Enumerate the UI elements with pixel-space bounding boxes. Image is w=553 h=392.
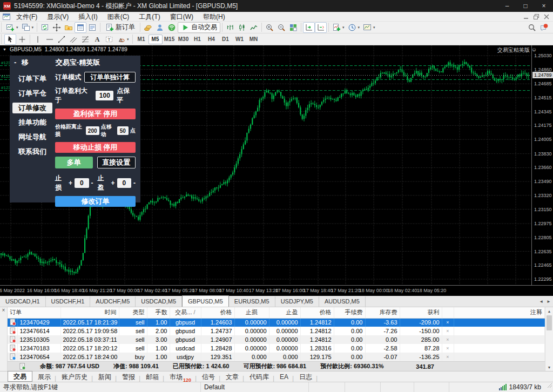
- trail-step-input[interactable]: 50: [117, 126, 129, 135]
- tp-input[interactable]: 0: [117, 178, 131, 188]
- menu-item[interactable]: 工具(T): [134, 12, 165, 22]
- dropdown-arrow-icon[interactable]: ▾: [373, 25, 375, 30]
- zoom-out-button[interactable]: [275, 22, 287, 33]
- timeframe-m30-button[interactable]: M30: [177, 35, 191, 44]
- order-row[interactable]: 1235103052022.05.18 03:37:11sell3.00gbpu…: [8, 335, 545, 344]
- auto-scroll-button[interactable]: [303, 22, 315, 33]
- symbol-dropdown-icon[interactable]: ▼: [3, 48, 6, 51]
- chart-tab-audchf-m5[interactable]: AUDCHF,M5: [90, 296, 136, 307]
- label-button[interactable]: T: [103, 34, 115, 45]
- toolbox-tab-5[interactable]: 邮箱|: [140, 372, 164, 382]
- community-button[interactable]: [154, 22, 166, 33]
- menu-item[interactable]: 窗口(W): [165, 12, 198, 22]
- notification-button[interactable]: [538, 22, 550, 33]
- autotrade-button[interactable]: 自动交易: [178, 22, 220, 33]
- chart-tab-eurusd-m5[interactable]: EURUSD,M5: [229, 296, 275, 307]
- panel-menu-item[interactable]: 订单修改: [12, 103, 52, 113]
- data-window-button[interactable]: [86, 22, 98, 33]
- trendline-button[interactable]: [56, 34, 68, 45]
- hline-button[interactable]: [44, 34, 56, 45]
- shapes-button[interactable]: ▾: [115, 34, 131, 45]
- timeframe-m15-button[interactable]: M15: [163, 35, 177, 44]
- panel-menu-item[interactable]: 网址导航: [12, 132, 52, 143]
- tp-plus-button[interactable]: +: [111, 179, 115, 187]
- mdi-close-button[interactable]: [542, 13, 551, 21]
- toolbox-tab-0[interactable]: 交易: [8, 371, 32, 382]
- panel-menu-item[interactable]: 订单下单: [12, 73, 52, 84]
- toolbox-tab-2[interactable]: 账户历史|: [56, 372, 93, 382]
- panel-menu-item[interactable]: 挂单功能: [12, 117, 52, 128]
- text-button[interactable]: A: [91, 34, 103, 45]
- dropdown-arrow-icon[interactable]: ▾: [358, 25, 360, 30]
- timeframe-m1-button[interactable]: M1: [134, 35, 149, 44]
- toolbox-close-button[interactable]: ×: [0, 307, 7, 314]
- scroll-down-button[interactable]: ▼: [545, 363, 553, 371]
- toolbox-tab-1[interactable]: 展示|: [32, 372, 56, 382]
- window-minimize-button[interactable]: –: [498, 2, 516, 10]
- close-position-button[interactable]: ×: [442, 318, 454, 327]
- dropdown-arrow-icon[interactable]: ▾: [32, 25, 34, 30]
- cursor-button[interactable]: [4, 34, 16, 45]
- panel-move-button[interactable]: 移: [22, 58, 35, 67]
- menu-item[interactable]: 文件(F): [11, 12, 42, 22]
- chart-tab-audusd-m5[interactable]: AUDUSD,M5: [319, 296, 366, 307]
- toolbox-tab-9[interactable]: 代码库|: [244, 372, 274, 382]
- toolbox-tab-7[interactable]: 信号|: [197, 372, 220, 382]
- sl-plus-button[interactable]: +: [69, 179, 72, 187]
- signals-button[interactable]: [166, 22, 178, 33]
- dropdown-arrow-icon[interactable]: ▾: [342, 25, 345, 30]
- toolbox-tab-6[interactable]: 市场120|: [164, 372, 197, 382]
- periods-button[interactable]: ▾: [346, 22, 362, 33]
- timeframe-w1-button[interactable]: W1: [233, 35, 247, 44]
- order-row[interactable]: 1234766142022.05.17 19:09:58sell2.00gbpu…: [8, 327, 545, 335]
- column-header[interactable]: 时间: [60, 307, 119, 318]
- column-header[interactable]: 手数: [147, 307, 170, 318]
- line-chart-button[interactable]: [248, 22, 260, 33]
- profit-threshold-input[interactable]: 100: [96, 91, 113, 100]
- window-close-button[interactable]: ×: [535, 2, 553, 10]
- menu-item[interactable]: 帮助(H): [198, 12, 230, 22]
- column-header[interactable]: 订单: [8, 307, 60, 318]
- close-position-button[interactable]: ×: [442, 335, 454, 344]
- sl-input[interactable]: 0: [75, 178, 89, 188]
- tab-scroll-left-button[interactable]: ◄: [539, 299, 543, 304]
- column-header[interactable]: 止损: [234, 307, 269, 318]
- timeframe-d1-button[interactable]: D1: [219, 35, 233, 44]
- chart-tab-usdjpy-m5[interactable]: USDJPY,M5: [275, 296, 319, 307]
- fibonacci-button[interactable]: [79, 34, 91, 45]
- column-header[interactable]: 止盈: [269, 307, 300, 318]
- order-row[interactable]: 1234706542022.05.17 18:24:00buy1.00usdjp…: [8, 353, 545, 361]
- mdi-minimize-button[interactable]: [521, 13, 530, 21]
- long-orders-button[interactable]: 多单: [55, 157, 93, 168]
- breakeven-toggle-button[interactable]: 盈利保平 停用: [55, 109, 136, 119]
- toolbox-tab-3[interactable]: 新闻|: [93, 372, 117, 382]
- favorites-button[interactable]: [63, 22, 75, 33]
- toolbox-tab-8[interactable]: 文章|: [220, 372, 244, 382]
- order-row[interactable]: 1234701832022.05.17 18:20:12sell1.00usdc…: [8, 344, 545, 353]
- resize-grip[interactable]: [547, 382, 553, 392]
- column-header[interactable]: 手续费: [334, 307, 365, 318]
- dropdown-arrow-icon[interactable]: ▾: [16, 25, 18, 30]
- close-position-button[interactable]: ×: [442, 353, 454, 361]
- tab-scroll-right-button[interactable]: ►: [547, 299, 551, 304]
- chart-tab-gbpusd-m5[interactable]: GBPUSD,M5: [182, 295, 229, 307]
- market-watch-button[interactable]: [75, 22, 86, 33]
- menu-item[interactable]: 图表(C): [103, 12, 134, 22]
- order-row[interactable]: 1234704292022.05.17 18:21:39sell1.00gbpu…: [8, 318, 545, 327]
- menu-item[interactable]: 插入(I): [73, 12, 102, 22]
- toolbox-tab-11[interactable]: 日志|: [294, 372, 318, 382]
- direct-set-button[interactable]: 直接设置: [97, 157, 136, 168]
- history-gold-button[interactable]: [142, 22, 154, 33]
- tp-minus-button[interactable]: -: [133, 179, 136, 187]
- toolbar-grip[interactable]: [1, 23, 3, 32]
- column-header[interactable]: 库存费: [365, 307, 400, 318]
- column-header[interactable]: 获利: [400, 307, 442, 318]
- timeframe-m5-button[interactable]: M5: [149, 35, 163, 44]
- status-profile[interactable]: Default: [201, 382, 309, 392]
- bar-chart-button[interactable]: [224, 22, 236, 33]
- timeframe-mn-button[interactable]: MN: [247, 35, 261, 44]
- panel-menu-item[interactable]: 联系我们: [12, 146, 52, 157]
- timeframe-h1-button[interactable]: H1: [191, 35, 205, 44]
- dropdown-arrow-icon[interactable]: ▾: [127, 37, 129, 42]
- modify-order-button[interactable]: 修改订单: [55, 196, 136, 207]
